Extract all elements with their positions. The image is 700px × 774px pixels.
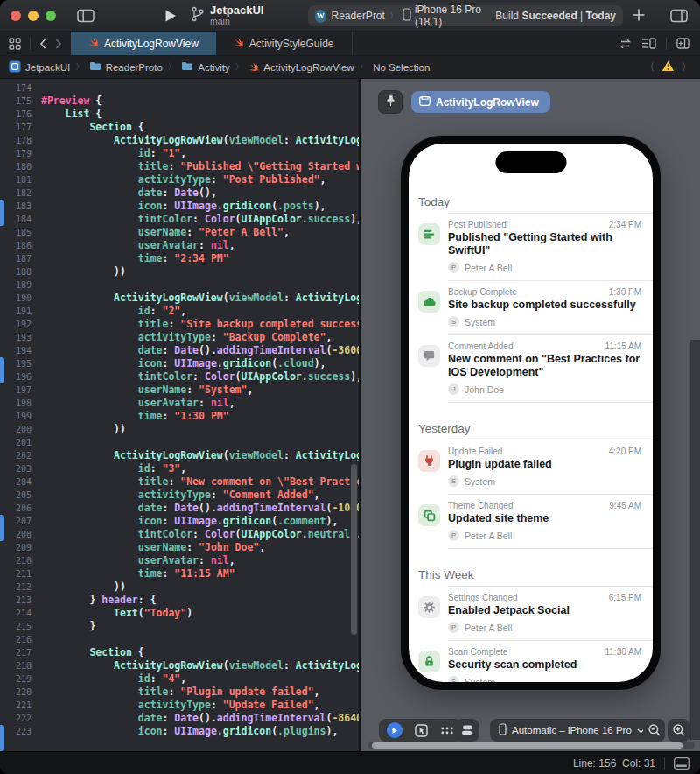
line-number[interactable]: 183: [5, 200, 32, 213]
line-number[interactable]: 188: [5, 265, 32, 278]
go-forward-icon[interactable]: [55, 39, 62, 49]
go-back-icon[interactable]: [39, 39, 46, 49]
zoom-out-button[interactable]: [643, 719, 665, 742]
breadcrumb-project[interactable]: JetpackUI: [9, 60, 70, 74]
line-number[interactable]: 187: [5, 252, 32, 265]
device-settings-button[interactable]: [460, 724, 474, 736]
minimap-options-icon[interactable]: [641, 38, 656, 49]
selectable-mode-button[interactable]: [415, 724, 428, 737]
line-number[interactable]: 175: [5, 95, 32, 108]
line-number[interactable]: 181: [5, 173, 32, 186]
line-number[interactable]: 223: [5, 725, 32, 738]
activity-row[interactable]: Theme Changed9:45 AM Updated site theme …: [409, 495, 653, 548]
line-number[interactable]: 186: [5, 239, 32, 252]
line-number[interactable]: 211: [5, 567, 32, 580]
pin-preview-button[interactable]: [378, 90, 402, 114]
activity-row[interactable]: Backup Complete1:30 PM Site backup compl…: [409, 281, 653, 334]
line-number[interactable]: 201: [5, 436, 32, 449]
run-button[interactable]: [164, 9, 177, 23]
line-number[interactable]: 217: [5, 646, 32, 659]
line-number[interactable]: 212: [5, 580, 32, 594]
line-number[interactable]: 210: [5, 554, 32, 567]
tab-activitystyleguide[interactable]: ActivityStyleGuide: [216, 32, 353, 55]
tab-overview-icon[interactable]: [9, 38, 21, 50]
source-change-bar[interactable]: [0, 515, 4, 541]
preview-tab[interactable]: ActivityLogRowView: [411, 91, 550, 113]
line-number[interactable]: 185: [5, 226, 32, 239]
minimize-window-button[interactable]: [28, 11, 38, 21]
breadcrumb-folder-activity[interactable]: Activity: [181, 61, 229, 73]
zoom-window-button[interactable]: [46, 11, 56, 21]
scheme-name[interactable]: ReaderProt: [332, 10, 385, 22]
line-number[interactable]: 197: [5, 383, 32, 397]
line-number[interactable]: 215: [5, 620, 32, 633]
source-change-bar[interactable]: [0, 725, 4, 751]
close-window-button[interactable]: [10, 11, 21, 21]
preview-device-menu[interactable]: Automatic – iPhone 16 Pro: [490, 719, 654, 742]
line-number[interactable]: 196: [5, 370, 32, 383]
line-number[interactable]: 190: [5, 292, 32, 305]
live-preview-button[interactable]: [387, 722, 402, 738]
line-number[interactable]: 219: [5, 672, 32, 686]
build-status[interactable]: Build Succeeded | Today: [495, 10, 616, 22]
activity-row[interactable]: Scan Complete11:30 AM Security scan comp…: [409, 641, 653, 682]
line-number[interactable]: 184: [5, 213, 32, 226]
line-number[interactable]: 214: [5, 607, 32, 620]
activity-row[interactable]: Update Failed4:20 PM Plugin update faile…: [409, 440, 653, 494]
line-number[interactable]: 192: [5, 318, 32, 331]
line-number[interactable]: 213: [5, 594, 32, 607]
line-number[interactable]: 182: [5, 186, 32, 200]
right-sidebar-toggle-icon[interactable]: [670, 9, 688, 23]
line-number[interactable]: 191: [5, 305, 32, 318]
line-number[interactable]: 202: [5, 449, 32, 462]
line-number[interactable]: 209: [5, 541, 32, 554]
editor-scrollbar[interactable]: [351, 464, 357, 635]
line-number[interactable]: 193: [5, 331, 32, 344]
breadcrumb-file[interactable]: ActivityLogRowView: [248, 61, 354, 74]
line-number[interactable]: 179: [5, 147, 32, 160]
line-number[interactable]: 205: [5, 489, 32, 502]
line-number[interactable]: 177: [5, 121, 32, 134]
line-number[interactable]: 200: [5, 423, 32, 436]
add-editor-icon[interactable]: [676, 38, 690, 49]
line-number[interactable]: 207: [5, 515, 32, 528]
line-number[interactable]: 194: [5, 344, 32, 357]
new-tab-icon[interactable]: [633, 9, 645, 21]
next-issue-icon[interactable]: 〉: [682, 60, 691, 74]
line-number[interactable]: 178: [5, 134, 32, 147]
line-number[interactable]: 221: [5, 699, 32, 712]
line-number[interactable]: 218: [5, 659, 32, 672]
scheme-selector[interactable]: W ReaderProt 〉 iPhone 16 Pro (18.1) Buil…: [308, 5, 623, 26]
breadcrumb-folder-readerproto[interactable]: ReaderProto: [89, 61, 163, 73]
left-sidebar-toggle-icon[interactable]: [77, 9, 94, 23]
line-col-indicator[interactable]: Line: 156 Col: 31: [573, 757, 655, 770]
line-number[interactable]: 174: [5, 81, 32, 95]
activity-row[interactable]: Settings Changed6:15 PM Enabled Jetpack …: [409, 587, 653, 640]
line-number[interactable]: 222: [5, 712, 32, 725]
line-number[interactable]: 220: [5, 686, 32, 699]
activity-row[interactable]: Post Published2:34 PM Published "Getting…: [409, 214, 653, 280]
activity-row[interactable]: Comment Added11:15 AM New comment on "Be…: [409, 335, 653, 402]
tab-activitylogrowview[interactable]: ActivityLogRowView: [71, 32, 216, 55]
variants-mode-button[interactable]: [440, 726, 454, 735]
prev-issue-icon[interactable]: 〈: [645, 60, 654, 74]
line-number[interactable]: 206: [5, 502, 32, 515]
source-change-bar[interactable]: [0, 200, 4, 226]
line-number[interactable]: 189: [5, 278, 32, 292]
line-number[interactable]: 216: [5, 633, 32, 646]
line-number[interactable]: 198: [5, 397, 32, 410]
scheme-project[interactable]: JetpackUI main: [191, 4, 263, 27]
line-number[interactable]: 176: [5, 108, 32, 121]
line-number[interactable]: 195: [5, 357, 32, 370]
related-items-icon[interactable]: [619, 39, 632, 49]
run-destination[interactable]: iPhone 16 Pro (18.1): [415, 4, 495, 28]
editor-display-icon[interactable]: [674, 757, 690, 770]
line-number[interactable]: 199: [5, 410, 32, 423]
canvas-hscrollbar[interactable]: [372, 742, 682, 749]
zoom-in-button[interactable]: [668, 719, 690, 742]
warning-icon[interactable]: [662, 60, 675, 74]
code-editor[interactable]: 174175#Preview {176 List {177 Section {1…: [0, 79, 359, 751]
line-number[interactable]: 208: [5, 528, 32, 541]
breadcrumb-selection[interactable]: No Selection: [373, 62, 430, 73]
line-number[interactable]: 204: [5, 475, 32, 489]
